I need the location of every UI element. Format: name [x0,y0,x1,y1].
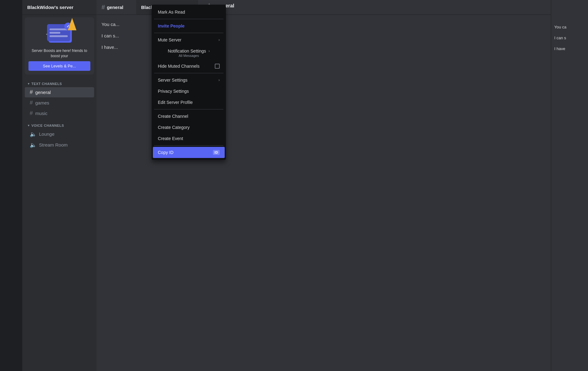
context-menu-overlay: Mark As Read Invite People Mute Server ›… [0,0,588,371]
server-settings-label: Server Settings [158,78,216,83]
menu-item-mark-as-read[interactable]: Mark As Read [153,6,225,18]
menu-item-create-channel[interactable]: Create Channel [153,111,225,122]
notification-settings-sub: All Messages [179,54,199,58]
menu-item-create-category[interactable]: Create Category [153,122,225,133]
edit-server-profile-label: Edit Server Profile [158,100,220,105]
create-channel-label: Create Channel [158,114,220,119]
menu-item-hide-muted-channels[interactable]: Hide Muted Channels [153,61,225,72]
menu-item-copy-id[interactable]: Copy ID ID [153,147,225,158]
notification-settings-arrow-icon: › [209,49,210,53]
menu-divider-2 [154,33,223,33]
menu-item-create-event[interactable]: Create Event [153,133,225,144]
hide-muted-channels-label: Hide Muted Channels [158,64,215,69]
menu-item-edit-server-profile[interactable]: Edit Server Profile [153,97,225,108]
privacy-settings-label: Privacy Settings [158,89,220,94]
mute-server-arrow-icon: › [218,38,220,42]
context-menu: Mark As Read Invite People Mute Server ›… [152,5,226,160]
menu-divider-3 [154,73,223,73]
mark-as-read-label: Mark As Read [158,10,220,15]
copy-id-label: Copy ID [158,150,213,155]
mute-server-label: Mute Server [158,37,216,42]
invite-people-label: Invite People [158,23,220,28]
menu-divider-1 [154,19,223,19]
menu-item-invite-people[interactable]: Invite People [153,20,225,32]
id-badge-icon: ID [213,150,220,155]
menu-item-notification-settings[interactable]: Notification Settings › All Messages [153,45,225,61]
menu-item-privacy-settings[interactable]: Privacy Settings [153,86,225,97]
server-settings-arrow-icon: › [218,78,220,82]
menu-divider-5 [154,145,223,146]
notification-main-row: Notification Settings › [168,49,210,53]
notification-settings-label: Notification Settings [168,49,206,53]
create-event-label: Create Event [158,136,220,141]
hide-muted-channels-checkbox[interactable] [215,64,220,69]
menu-divider-4 [154,109,223,109]
menu-item-server-settings[interactable]: Server Settings › [153,75,225,86]
create-category-label: Create Category [158,125,220,130]
menu-item-mute-server[interactable]: Mute Server › [153,34,225,45]
